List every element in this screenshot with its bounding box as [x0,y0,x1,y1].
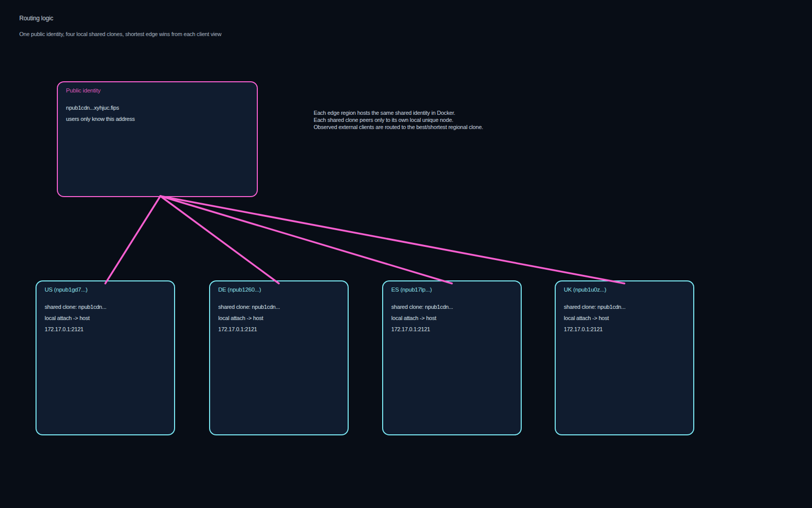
region-local-attach: local attach -> host [218,314,340,322]
region-shared-clone: shared clone: npub1cdn... [45,303,166,310]
edge-line [106,196,161,283]
edge-line [160,196,279,283]
region-local-attach: local attach -> host [391,314,513,322]
region-host-address: 172.17.0.1:2121 [564,326,685,333]
annotation-line: Each edge region hosts the same shared i… [314,109,483,116]
page-title: Routing logic [19,15,53,22]
region-shared-clone: shared clone: npub1cdn... [218,303,340,310]
region-host-address: 172.17.0.1:2121 [218,326,340,333]
region-title: US (npub1gd7...) [45,287,166,293]
page-subtitle: One public identity, four local shared c… [19,31,221,37]
annotation-line: Observed external clients are routed to … [314,123,483,131]
public-identity-address: npub1cdn...xyhjuc.fips [66,104,249,111]
region-title: DE (npub1260...) [218,287,340,293]
public-identity-title: Public identity [66,87,249,93]
region-node-de: DE (npub1260...) shared clone: npub1cdn.… [209,280,349,435]
region-host-address: 172.17.0.1:2121 [45,326,166,333]
region-title: ES (npub17lp...) [391,287,513,293]
routing-diagram: Routing logic One public identity, four … [0,0,812,508]
public-identity-node: Public identity npub1cdn...xyhjuc.fips u… [57,81,258,197]
public-identity-note: users only know this address [66,115,249,122]
region-node-es: ES (npub17lp...) shared clone: npub1cdn.… [382,280,522,435]
region-node-uk: UK (npub1u0z...) shared clone: npub1cdn.… [555,280,694,435]
region-host-address: 172.17.0.1:2121 [391,326,513,333]
edge-line [160,196,452,283]
region-shared-clone: shared clone: npub1cdn... [391,303,513,310]
region-local-attach: local attach -> host [45,314,166,322]
region-shared-clone: shared clone: npub1cdn... [564,303,685,310]
region-node-us: US (npub1gd7...) shared clone: npub1cdn.… [36,280,175,435]
region-title: UK (npub1u0z...) [564,287,685,293]
annotation-line: Each shared clone peers only to its own … [314,116,483,123]
edge-line [160,196,625,283]
routing-annotation: Each edge region hosts the same shared i… [314,109,483,131]
region-local-attach: local attach -> host [564,314,685,322]
